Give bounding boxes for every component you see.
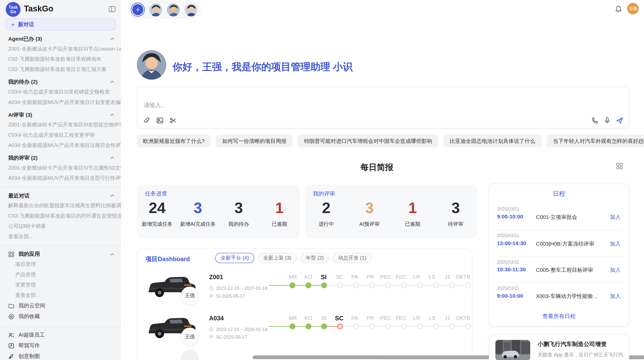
milestone-node[interactable] xyxy=(321,282,327,288)
sidebar-section-header[interactable]: 最近对话 xyxy=(0,190,121,201)
milestone-node[interactable] xyxy=(289,282,295,288)
chevron-up-icon[interactable] xyxy=(109,112,115,118)
suggestion-chip[interactable]: 如何写一份清晰的项目周报 xyxy=(216,135,292,147)
sidebar-item-help-me-write[interactable]: 帮我写作 xyxy=(0,340,121,351)
milestone-node[interactable] xyxy=(465,323,471,329)
suggestion-chip[interactable]: 比亚迪全固态电池计划具体说了什么 xyxy=(444,135,541,147)
sidebar-item[interactable]: C02-飞腾新能源轻客改款项目的闭环通告反馈情况 xyxy=(0,211,121,221)
sidebar-section-header[interactable]: 我的评审 (2) xyxy=(0,153,121,163)
new-chat-button[interactable]: + 新对话 xyxy=(6,19,115,31)
avatar[interactable] xyxy=(166,3,181,17)
join-meeting-link[interactable]: 加入 xyxy=(610,240,621,248)
sidebar-section-header[interactable]: Agent已办 (3) xyxy=(0,34,121,44)
sidebar-app-item[interactable]: 变更管理 xyxy=(0,280,121,290)
view-all-schedule-link[interactable]: 查看所有日程 xyxy=(489,313,629,320)
sidebar-section-header[interactable]: AI评审 (3) xyxy=(0,110,121,120)
sidebar-item[interactable]: 公司Q3轻卡销量 xyxy=(0,221,121,231)
sidebar-item[interactable]: A034-全新新能源MUV产品开发项目法规符合性评审 xyxy=(0,140,121,151)
join-meeting-link[interactable]: 加入 xyxy=(610,214,621,221)
pen-icon xyxy=(8,353,14,359)
avatar[interactable] xyxy=(148,3,163,17)
phone-icon[interactable] xyxy=(591,117,599,125)
stat-cell: 3我的待办 xyxy=(218,199,259,228)
sidebar-item-my-apps[interactable]: 我的应用 xyxy=(0,249,121,260)
milestone-node[interactable] xyxy=(353,282,359,288)
sidebar-item[interactable]: Z001-全新燃油轻卡产品开发项目SI造型提交物评审 xyxy=(0,120,121,130)
briefing-layout-icon[interactable] xyxy=(616,162,623,169)
milestone-node[interactable] xyxy=(401,323,407,329)
sidebar-item[interactable]: Z001-全新燃油轻卡产品开发项目SI节点属性5D文件评审 xyxy=(0,163,121,173)
chevron-up-icon[interactable] xyxy=(109,251,115,257)
milestone-node[interactable] xyxy=(465,282,471,288)
milestone-node[interactable] xyxy=(321,323,327,329)
sidebar-app-item[interactable]: 查看全部... xyxy=(0,290,121,301)
milestone-node[interactable] xyxy=(337,282,343,288)
milestone-node[interactable] xyxy=(305,282,311,288)
chevron-up-icon[interactable] xyxy=(109,192,115,199)
sidebar-app-item[interactable]: 项目管理 xyxy=(0,260,121,270)
stat-value: 3 xyxy=(218,199,259,218)
milestone-node[interactable] xyxy=(353,323,359,329)
milestone-label: PA xyxy=(347,314,362,323)
milestone-node[interactable] xyxy=(417,323,423,329)
suggestion-chip[interactable]: 欧洲新规最近颁布了什么? xyxy=(137,135,211,147)
news-card[interactable]: 小鹏飞行汽车制造公司增资 天眼查 App 显示，近日广州汇天飞行汽... xyxy=(489,335,629,360)
milestone-node[interactable] xyxy=(385,323,391,329)
milestone-node[interactable] xyxy=(369,323,375,329)
chevron-up-icon[interactable] xyxy=(109,36,115,42)
sidebar-app-item[interactable]: 产品管理 xyxy=(0,270,121,280)
milestone-node[interactable] xyxy=(449,323,455,329)
microphone-icon[interactable] xyxy=(603,117,611,125)
milestone-node[interactable] xyxy=(433,282,439,288)
sidebar-section-header[interactable]: 我的待办 (2) xyxy=(0,77,121,87)
avatar[interactable] xyxy=(184,3,198,17)
milestone-node[interactable] xyxy=(385,282,391,288)
join-meeting-link[interactable]: 加入 xyxy=(610,293,621,300)
sidebar-item[interactable]: A034-全新新能源MUV产品开发项目计划变更表编写 xyxy=(0,97,121,108)
scissors-icon[interactable] xyxy=(169,117,177,125)
send-icon[interactable] xyxy=(616,117,624,125)
milestone-node[interactable] xyxy=(417,282,423,288)
sidebar-item[interactable]: Z001-全新燃油皮卡产品开发项目SI节点Lesson Learn报告 xyxy=(0,44,121,54)
sidebar-item[interactable]: 查看全部... xyxy=(0,232,121,242)
milestone-node[interactable] xyxy=(369,282,375,288)
sidebar-item-creative-drawing[interactable]: 创意制图 xyxy=(0,351,121,360)
dashboard-tab[interactable]: 全新平台 (4) xyxy=(215,253,254,263)
milestone-node[interactable] xyxy=(337,323,343,329)
sidebar-header: Task Go TaskGo xyxy=(0,0,121,19)
suggestion-chip[interactable]: 当下年轻人对汽车外观有怎样的喜好趋势 xyxy=(547,135,644,147)
milestone-node[interactable] xyxy=(401,282,407,288)
milestone-node[interactable] xyxy=(433,323,439,329)
sidebar-item-cloud-space[interactable]: 我的云空间 xyxy=(0,301,121,311)
dashboard-tab[interactable]: 全新上装 (3) xyxy=(258,253,297,263)
join-meeting-link[interactable]: 加入 xyxy=(610,266,621,274)
image-icon[interactable] xyxy=(156,117,164,125)
sidebar-item-ai-super-staff[interactable]: AI超级员工 xyxy=(0,330,121,340)
sidebar-item[interactable]: C02-飞腾新能源轻客改款项目里程碑画布 xyxy=(0,54,121,64)
milestone-node[interactable] xyxy=(449,282,455,288)
milestone-label: KO xyxy=(301,314,316,323)
suggestion-chips: 欧洲新规最近颁布了什么?如何写一份清晰的项目周报特朗普可能对进口汽车增税会对中国… xyxy=(137,135,644,147)
sidebar-collapse-icon[interactable] xyxy=(108,5,116,13)
dashboard-tab[interactable]: 年型 (2) xyxy=(300,253,329,263)
notification-bell-icon[interactable] xyxy=(615,5,622,13)
chevron-up-icon[interactable] xyxy=(109,155,115,161)
milestone-node[interactable] xyxy=(289,323,295,329)
sidebar-item[interactable]: C02-飞腾新能源轻客改款项目立项汇报方案 xyxy=(0,65,121,75)
chevron-up-icon[interactable] xyxy=(109,79,115,85)
sidebar-item[interactable]: C0X4-动力总成开发项目工程变更评审 xyxy=(0,130,121,140)
user-avatar[interactable]: 王强 xyxy=(627,3,639,14)
add-workspace-button[interactable]: + xyxy=(132,4,143,15)
stat-value: 3 xyxy=(434,199,477,218)
sidebar-item-favorites[interactable]: 我的收藏 xyxy=(0,311,121,322)
chat-input[interactable] xyxy=(144,102,595,114)
paperclip-icon[interactable] xyxy=(143,117,151,125)
sidebar-item-label: 帮我写作 xyxy=(19,342,40,349)
sidebar-item[interactable]: C0X4-动力总成开发项目SI里程碑提交物检查 xyxy=(0,87,121,97)
suggestion-chip[interactable]: 特朗普可能对进口汽车增税会对中国车企造成哪些影响 xyxy=(298,135,438,147)
milestone-node[interactable] xyxy=(305,323,311,329)
dashboard-tab[interactable]: 动总开发 (1) xyxy=(333,253,372,263)
sidebar-item[interactable]: 解释最新出台的欧盟报废车法规再生塑料比例被调至15%... xyxy=(0,201,121,211)
milestone-label: J1 xyxy=(440,314,455,323)
sidebar-item[interactable]: A034-全新新能源MUV产品开发项目造型可行性评审 xyxy=(0,173,121,183)
